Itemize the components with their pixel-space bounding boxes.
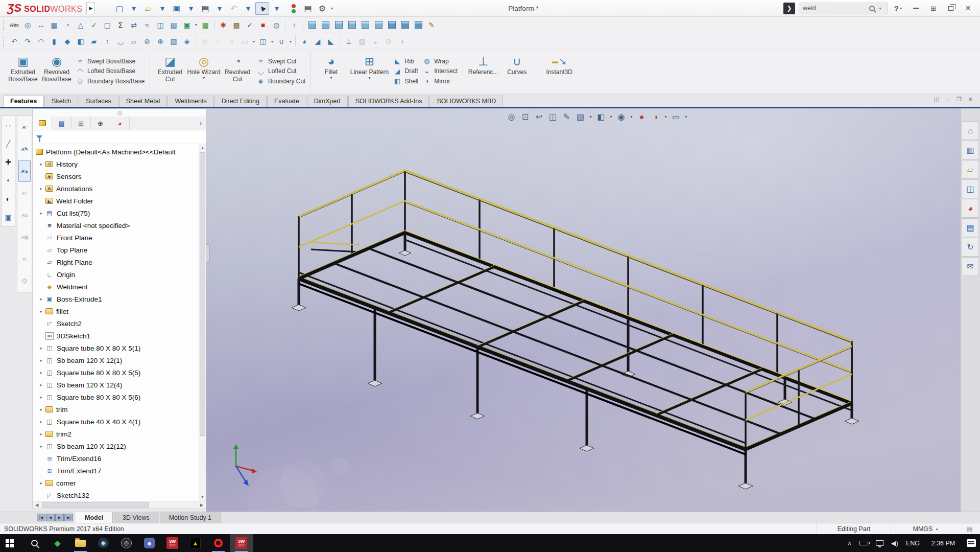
performance-evaluation-icon[interactable]: ◔ xyxy=(61,18,74,31)
mirror-entities-icon[interactable]: ◑ xyxy=(395,35,409,48)
expand-arrow[interactable]: ▸ xyxy=(37,309,45,314)
measure-icon[interactable]: ↔ xyxy=(34,18,47,31)
tree-item-trim-extend17[interactable]: Trim/Extend17 xyxy=(33,465,206,477)
reference-plane-icon[interactable]: ▱ xyxy=(2,116,14,134)
attach-annotation-icon[interactable]: ▣ xyxy=(2,208,14,226)
convert-entities-icon[interactable]: ⊙ xyxy=(382,35,395,48)
import-diagnostics-icon[interactable]: ⇄ xyxy=(127,18,140,31)
linear-pattern-caret[interactable]: ▾ xyxy=(368,76,370,80)
panel-splitter-handle[interactable] xyxy=(206,244,210,263)
point-icon[interactable]: • xyxy=(2,171,14,190)
tree-item-material[interactable]: Material <not specified> xyxy=(33,219,206,232)
expand-arrow[interactable]: ▸ xyxy=(37,346,45,351)
pane-arrange-icon[interactable]: ◫ xyxy=(932,95,941,103)
tree-item-front-plane[interactable]: Front Plane xyxy=(33,232,206,244)
scroll-left-arrow[interactable]: ◀ xyxy=(33,502,41,508)
tab-last-button[interactable]: ▶| xyxy=(64,514,73,521)
tree-item-sensors[interactable]: Sensors xyxy=(33,170,206,182)
check-active-document-icon[interactable]: ✓ xyxy=(87,18,101,31)
dimension-scheme-icon[interactable]: A↘ xyxy=(18,160,31,182)
magnified-selection-icon[interactable]: ◎ xyxy=(21,18,34,31)
curvature-icon[interactable]: ≈ xyxy=(140,18,154,31)
tree-item-cut-list[interactable]: ▸ Cut list(75) xyxy=(33,207,206,219)
tree-item-square-tube-6[interactable]: ▸ Square tube 80 X 80 X 5(6) xyxy=(33,391,206,403)
hidden-icons-chevron[interactable]: ∧ xyxy=(848,540,852,546)
paint-appearance-icon[interactable]: ✎ xyxy=(425,18,438,31)
datum-icon[interactable]: AB xyxy=(18,204,31,226)
spell-checker-icon[interactable]: Abc xyxy=(8,18,21,31)
app-green-utility[interactable]: ◆ xyxy=(46,534,69,552)
tab-direct-editing[interactable]: Direct Editing xyxy=(214,96,267,107)
dimxpertmanager-tab[interactable]: ⊕ xyxy=(91,117,110,130)
hide-show-items-icon[interactable]: ◉ xyxy=(615,111,628,123)
curves-button[interactable]: ∪ Curves xyxy=(500,52,534,92)
tree-item-sb-beam-12[interactable]: ▸ Sb beam 120 X 12(12) xyxy=(33,440,206,452)
extend-surface-icon[interactable]: ⊕ xyxy=(154,35,167,48)
graphics-viewport[interactable]: ◎⊡↩◫✎▧▾◧▾◉▾●◑▾▭▾ xyxy=(206,108,960,512)
tree-item-trim2[interactable]: ▸ trim2 xyxy=(33,428,206,440)
undo-button[interactable]: ↶ xyxy=(227,2,241,15)
tree-item-square-tube-40[interactable]: ▸ Square tube 40 X 40 X 4(1) xyxy=(33,416,206,428)
section-view-icon[interactable]: ◫ xyxy=(546,111,559,123)
origin-target-icon[interactable]: ◐ xyxy=(2,190,14,208)
close-button[interactable]: ✕ xyxy=(961,3,975,14)
tree-item-square-tube-5[interactable]: ▸ Square tube 80 X 80 X 5(5) xyxy=(33,366,206,379)
pane-close-icon[interactable]: ✕ xyxy=(966,95,975,103)
scroll-down-arrow[interactable]: ▼ xyxy=(199,493,206,501)
tree-item-weldment[interactable]: Weldment xyxy=(33,281,206,293)
units-selector[interactable]: MMGS▴ xyxy=(891,523,960,534)
tree-item-sb-beam-4[interactable]: ▸ Sb beam 120 X 12(4) xyxy=(33,379,206,391)
parting-surface-icon[interactable]: ▭ xyxy=(238,35,251,48)
thicken-icon[interactable]: ◈ xyxy=(180,35,194,48)
view-dimetric-icon[interactable] xyxy=(412,18,425,31)
search-commands-icon[interactable]: ❯ xyxy=(783,3,795,14)
freeform-icon[interactable]: ▱ xyxy=(127,35,140,48)
search-input[interactable] xyxy=(803,5,869,12)
view-top-icon[interactable] xyxy=(358,18,372,31)
design-checker-icon[interactable]: ▣ xyxy=(180,18,194,31)
delete-face-icon[interactable]: ◌ xyxy=(211,35,225,48)
dimension-edit-icon[interactable]: A✎ xyxy=(18,138,31,160)
tree-item-weld-folder[interactable]: Weld Folder xyxy=(33,195,206,207)
menu-flyout-button[interactable]: ▶ xyxy=(86,2,95,14)
verification-icon[interactable]: ✓ xyxy=(243,18,256,31)
zoom-to-area-icon[interactable]: ⊡ xyxy=(519,111,532,123)
expand-arrow[interactable]: ▸ xyxy=(37,162,45,167)
fillet-button[interactable]: ◕ Fillet ▾ xyxy=(314,52,348,92)
spline-caret[interactable]: ▾ xyxy=(288,35,293,48)
solidworks-active[interactable]: SW2017 xyxy=(230,534,253,552)
file-properties-icon[interactable]: ▤ xyxy=(167,18,180,31)
hole-wizard-caret[interactable]: ▾ xyxy=(203,76,205,80)
design-library-icon[interactable]: ▥ xyxy=(962,141,979,159)
print-button[interactable]: ▤ xyxy=(198,2,212,15)
previous-view-icon[interactable]: ↩ xyxy=(533,111,545,123)
search-caret[interactable]: ▾ xyxy=(878,6,882,11)
view-right-icon[interactable] xyxy=(345,18,358,31)
opera-browser[interactable] xyxy=(207,534,230,552)
hole-wizard-button[interactable]: ◎ Hole Wizard ▾ xyxy=(187,52,221,92)
expand-arrow[interactable]: ▸ xyxy=(37,407,45,412)
sketch-picture-icon[interactable]: ▨ xyxy=(355,35,369,48)
steam-app[interactable]: ◉ xyxy=(92,534,115,552)
battery-icon[interactable] xyxy=(859,541,868,545)
mass-properties-icon[interactable]: △ xyxy=(74,18,87,31)
model-canvas[interactable] xyxy=(206,108,960,512)
boundary-boss-base-button[interactable]: ◇Boundary Boss/Base xyxy=(76,76,145,86)
propertymanager-tab[interactable]: ▤ xyxy=(52,117,71,130)
tree-root-part[interactable]: Platform (Default<As Machined><<Default xyxy=(33,146,206,158)
arrange-windows-button[interactable]: ⊞ xyxy=(926,3,940,14)
configurationmanager-tab[interactable]: ⊞ xyxy=(71,117,91,130)
instant3d-button[interactable]: ▬↘ Instant3D xyxy=(540,52,578,92)
lofted-boss-base-button[interactable]: ◠Lofted Boss/Base xyxy=(76,66,145,76)
minimize-button[interactable] xyxy=(909,3,923,14)
tree-item-top-plane[interactable]: Top Plane xyxy=(33,244,206,256)
view-orientation-icon[interactable]: ▧ xyxy=(574,111,587,123)
tab-prev-button[interactable]: ◀ xyxy=(46,514,55,521)
view-back-icon[interactable] xyxy=(319,18,332,31)
instant2d-icon[interactable]: ⊥ xyxy=(342,35,355,48)
dimension-add-icon[interactable]: A+ xyxy=(18,182,31,204)
tab-solidworks-mbd[interactable]: SOLIDWORKS MBD xyxy=(429,96,503,107)
gear-tolerance-icon[interactable]: ⚙ xyxy=(18,270,31,292)
tree-item-fillet[interactable]: ▸ fillet xyxy=(33,305,206,317)
display-list-icon[interactable]: ▤ xyxy=(301,2,315,15)
